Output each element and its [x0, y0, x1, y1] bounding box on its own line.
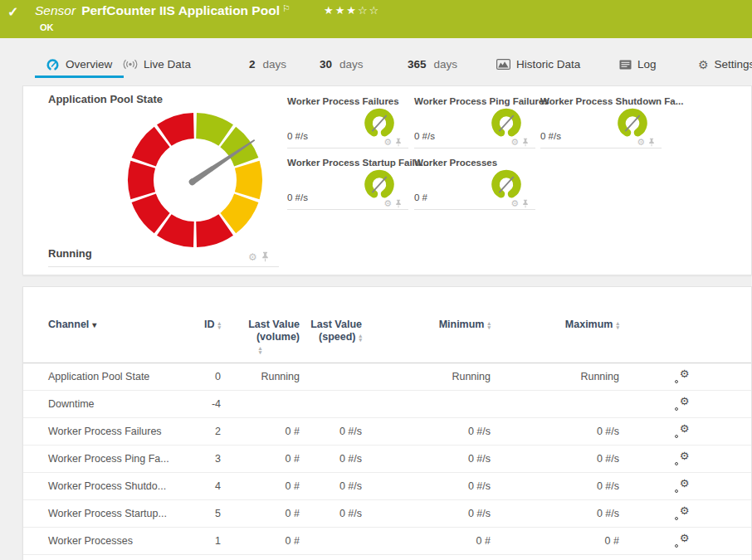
tab-2-days-unit: days [263, 58, 287, 71]
tab-live-data[interactable]: Live Data [123, 58, 191, 71]
mini-gauge-icon [360, 167, 398, 202]
table-header-row: Channel ▾ ID ▴▾ Last Value (volume) ▴▾ L… [23, 287, 751, 363]
sensor-kind-label: Sensor [35, 3, 76, 17]
log-list-icon [619, 60, 632, 70]
status-check-icon: ✓ [7, 4, 18, 20]
tab-2-days[interactable]: 2 days [249, 58, 286, 71]
application-pool-state-donut [116, 101, 274, 259]
area-chart-icon [496, 59, 510, 70]
col-header-last-value-volume[interactable]: Last Value (volume) ▴▾ [221, 319, 300, 354]
small-gauge-value: 0 #/s [287, 131, 308, 141]
gauge-gear-icon[interactable]: ⚙ [383, 199, 392, 208]
small-gauge-worker-process-ping-failures[interactable]: Worker Process Ping Failures 0 #/s ⚙ [414, 94, 535, 152]
tab-log-label: Log [637, 58, 657, 71]
priority-flag-icon[interactable]: ⚐ [282, 3, 291, 13]
small-gauge-value: 0 # [414, 192, 427, 202]
tab-365-days-unit: days [434, 58, 458, 71]
tab-2-days-number: 2 [249, 58, 256, 71]
gauge-gear-icon[interactable]: ⚙ [637, 138, 645, 147]
small-gauge-underline [287, 148, 408, 149]
tab-365-days-number: 365 [408, 58, 427, 71]
channel-settings-icon[interactable]: ⚙ [674, 452, 690, 466]
small-gauge-title: Worker Processes [414, 158, 497, 168]
active-tab-underline [35, 75, 124, 78]
sort-arrows-icon[interactable]: ▴▾ [616, 321, 619, 329]
main-gauge-underline [48, 266, 279, 267]
mini-gauge-icon [360, 105, 398, 140]
settings-gear-icon: ⚙ [698, 59, 709, 71]
table-row-worker-processes[interactable]: Worker Processes 1 0 # 0 # 0 # ⚙ [23, 528, 751, 555]
small-gauge-worker-process-failures[interactable]: Worker Process Failures 0 #/s ⚙ [287, 94, 408, 152]
tab-365-days[interactable]: 365 days [408, 58, 457, 71]
table-row-worker-process-startup-failures[interactable]: Worker Process Startup... 5 0 # 0 #/s 0 … [23, 500, 751, 528]
tab-overview-label: Overview [66, 58, 112, 71]
tab-30-days[interactable]: 30 days [320, 58, 364, 71]
small-gauge-underline [414, 209, 535, 210]
pin-icon[interactable] [261, 251, 269, 262]
channel-settings-icon[interactable]: ⚙ [674, 397, 690, 411]
col-header-last-value-speed[interactable]: Last Value (speed) ▴▾ [300, 319, 362, 343]
channel-settings-icon[interactable]: ⚙ [674, 507, 690, 521]
pin-icon[interactable] [522, 199, 529, 208]
favorite-stars-rating[interactable]: ★★★☆☆ [324, 4, 380, 17]
mini-gauge-icon [487, 167, 525, 202]
gauge-gear-icon[interactable]: ⚙ [510, 138, 519, 147]
small-gauge-worker-process-shutdown-failures[interactable]: Worker Process Shutdown Fa... 0 #/s ⚙ [540, 94, 662, 152]
small-gauge-value: 0 #/s [414, 131, 435, 141]
small-gauge-title: Worker Process Startup Failu... [287, 158, 428, 168]
mini-gauge-icon [613, 105, 652, 140]
page-title: PerfCounter IIS Application Pool [81, 3, 280, 17]
pin-icon[interactable] [395, 138, 402, 147]
gauge-gear-icon[interactable]: ⚙ [510, 199, 519, 208]
sort-arrows-icon[interactable]: ▴▾ [259, 346, 262, 354]
small-gauge-title: Worker Process Shutdown Fa... [540, 96, 683, 106]
tab-settings-label: Settings [715, 58, 752, 71]
small-gauge-value: 0 #/s [540, 131, 561, 141]
tab-historic-data[interactable]: Historic Data [496, 58, 580, 71]
col-header-channel[interactable]: Channel ▾ [48, 319, 189, 331]
broadcast-icon [123, 59, 138, 70]
small-gauge-underline [287, 209, 408, 210]
sort-arrows-icon[interactable]: ▴▾ [359, 334, 362, 342]
table-row-worker-process-ping-failures[interactable]: Worker Process Ping Fa... 3 0 # 0 #/s 0 … [23, 446, 751, 473]
channel-settings-icon[interactable]: ⚙ [674, 480, 690, 494]
sort-caret-icon: ▾ [92, 319, 96, 331]
main-gauge-value: Running [48, 247, 92, 260]
channels-table: Channel ▾ ID ▴▾ Last Value (volume) ▴▾ L… [22, 286, 752, 560]
col-header-minimum[interactable]: Minimum ▴▾ [362, 319, 491, 331]
tab-30-days-number: 30 [320, 58, 332, 71]
mini-gauge-icon [487, 105, 525, 140]
gauge-gear-icon[interactable]: ⚙ [248, 252, 257, 262]
tab-live-data-label: Live Data [144, 58, 191, 71]
pin-icon[interactable] [395, 199, 402, 208]
small-gauge-value: 0 #/s [287, 192, 308, 202]
channel-settings-icon[interactable]: ⚙ [674, 534, 690, 548]
table-row-worker-process-failures[interactable]: Worker Process Failures 2 0 # 0 #/s 0 #/… [23, 418, 751, 446]
small-gauge-underline [414, 148, 535, 149]
table-row-application-pool-state[interactable]: Application Pool State 0 Running Running… [23, 363, 751, 391]
small-gauge-worker-processes[interactable]: Worker Processes 0 # ⚙ [414, 155, 535, 213]
tab-30-days-unit: days [339, 58, 364, 71]
small-gauge-worker-process-startup-failures[interactable]: Worker Process Startup Failu... 0 #/s ⚙ [287, 155, 408, 213]
tab-historic-data-label: Historic Data [516, 58, 580, 71]
pin-icon[interactable] [522, 138, 529, 147]
gauges-panel: Application Pool State Running ⚙ Worker … [22, 85, 752, 275]
gauge-gear-icon[interactable]: ⚙ [383, 138, 392, 147]
table-row-downtime[interactable]: Downtime -4 ⚙ [23, 391, 751, 418]
tab-overview[interactable]: Overview [46, 58, 112, 71]
table-row-worker-process-shutdown-failures[interactable]: Worker Process Shutdo... 4 0 # 0 #/s 0 #… [23, 473, 751, 500]
channel-settings-icon[interactable]: ⚙ [674, 425, 690, 439]
sensor-header: ✓ SensorPerfCounter IIS Application Pool… [0, 0, 752, 38]
small-gauge-underline [540, 148, 662, 149]
pin-icon[interactable] [648, 138, 655, 147]
channel-settings-icon[interactable]: ⚙ [674, 370, 690, 384]
gauge-icon [46, 59, 60, 71]
col-header-id[interactable]: ID ▴▾ [189, 319, 221, 331]
tab-log[interactable]: Log [619, 58, 657, 71]
col-header-maximum[interactable]: Maximum ▴▾ [491, 319, 619, 331]
tab-settings[interactable]: ⚙ Settings [698, 58, 752, 71]
sensor-overview-page: ✓ SensorPerfCounter IIS Application Pool… [0, 0, 752, 560]
sensor-status-badge: OK [40, 22, 54, 32]
small-gauge-title: Worker Process Ping Failures [414, 96, 549, 106]
